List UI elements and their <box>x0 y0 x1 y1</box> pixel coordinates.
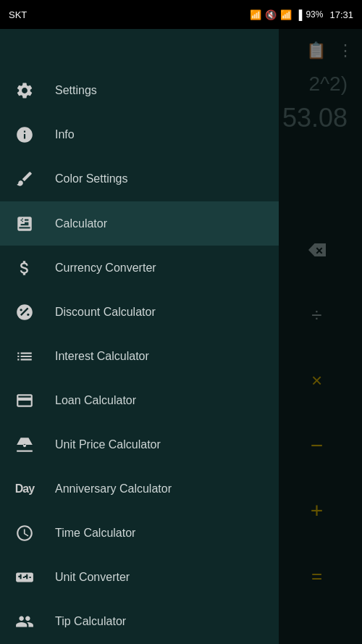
settings-label: Settings <box>55 84 97 97</box>
paint-icon <box>12 166 38 192</box>
time-label: 17:31 <box>329 9 353 20</box>
sidebar-item-unit-converter[interactable]: Unit Converter <box>0 556 279 600</box>
loan-icon <box>12 388 38 414</box>
tip-calculator-label: Tip Calculator <box>55 615 126 628</box>
sidebar-item-unit-price-calculator[interactable]: Unit Price Calculator <box>0 422 279 467</box>
anniversary-calculator-label: Anniversary Calculator <box>55 482 172 495</box>
sidebar-item-anniversary-calculator[interactable]: Day Anniversary Calculator <box>0 467 279 511</box>
sidebar-item-calculator[interactable]: Calculator <box>0 201 279 246</box>
sidebar-item-currency-converter[interactable]: Currency Converter <box>0 246 279 290</box>
info-label: Info <box>55 128 75 141</box>
scale-icon <box>12 432 38 458</box>
sidebar-item-time-calculator[interactable]: Time Calculator <box>0 511 279 556</box>
loan-calculator-label: Loan Calculator <box>55 394 136 407</box>
interest-icon <box>12 343 38 369</box>
mute-icon: 🔇 <box>265 9 277 20</box>
percent-icon <box>12 299 38 325</box>
calculator-icon <box>12 211 38 237</box>
signal-icon: ▐ <box>295 9 302 20</box>
time-calculator-label: Time Calculator <box>55 527 135 540</box>
sidebar-item-settings[interactable]: Settings <box>0 69 279 113</box>
status-bar: SKT 📶 🔇 📶 ▐ 93% 17:31 <box>0 0 362 29</box>
navigation-drawer: Settings Info Color Settings Calculator … <box>0 29 279 644</box>
day-icon: Day <box>12 476 38 502</box>
drawer-scrim[interactable] <box>279 29 362 644</box>
sidebar-item-loan-calculator[interactable]: Loan Calculator <box>0 378 279 422</box>
sidebar-item-tip-calculator[interactable]: Tip Calculator <box>0 600 279 644</box>
sidebar-item-info[interactable]: Info <box>0 113 279 157</box>
dollar-icon <box>12 255 38 281</box>
status-right: 📶 🔇 📶 ▐ 93% 17:31 <box>250 9 353 20</box>
sidebar-item-discount-calculator[interactable]: Discount Calculator <box>0 290 279 334</box>
battery-label: 93% <box>306 9 323 20</box>
wifi-icon: 📶 <box>280 9 292 20</box>
bluetooth-icon: 📶 <box>250 9 261 20</box>
carrier-label: SKT <box>9 9 27 20</box>
gear-icon <box>12 78 38 104</box>
calculator-label: Calculator <box>55 217 107 230</box>
color-settings-label: Color Settings <box>55 172 128 185</box>
unit-converter-label: Unit Converter <box>55 571 130 584</box>
interest-calculator-label: Interest Calculator <box>55 350 149 363</box>
ruler-icon <box>12 564 38 590</box>
tip-icon <box>12 609 38 635</box>
unit-price-calculator-label: Unit Price Calculator <box>55 438 161 451</box>
info-icon <box>12 122 38 148</box>
discount-calculator-label: Discount Calculator <box>55 306 156 319</box>
drawer-header <box>0 29 279 69</box>
clock-icon <box>12 520 38 546</box>
sidebar-item-interest-calculator[interactable]: Interest Calculator <box>0 334 279 378</box>
sidebar-item-color-settings[interactable]: Color Settings <box>0 157 279 201</box>
currency-converter-label: Currency Converter <box>55 262 156 275</box>
